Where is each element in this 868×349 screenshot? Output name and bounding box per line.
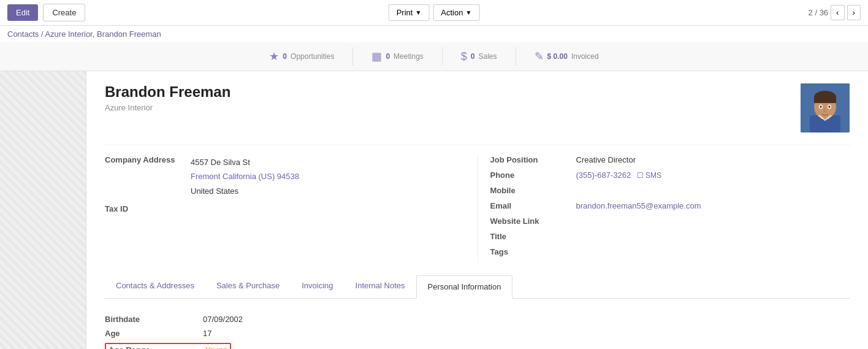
address-line1: 4557 De Silva St [191,155,299,169]
contact-photo [801,83,850,132]
pagination-text: 2 / 36 [809,8,829,17]
age-value: 17 [203,329,211,338]
invoiced-count: $ 0.00 [547,52,568,61]
tab-contacts-label: Contacts & Addresses [116,281,194,290]
print-label: Print [397,8,413,17]
company-address-label: Company Address [105,155,191,164]
website-row: Website Link [490,217,850,226]
birthdate-value: 07/09/2002 [203,315,243,324]
tab-sales[interactable]: Sales & Purchase [205,275,291,298]
svg-rect-5 [814,97,836,103]
tags-row: Tags [490,247,850,256]
age-range-highlighted: Age Range Young [105,343,231,349]
main-content: Brandon Freeman Azure Interior [86,71,868,349]
tab-notes[interactable]: Internal Notes [345,275,416,298]
email-row: Email brandon.freeman55@example.com [490,201,850,210]
meetings-label: Meetings [394,52,424,61]
calendar-icon: ▦ [371,50,382,63]
job-position-row: Job Position Creative Director [490,155,850,164]
company-address-value: 4557 De Silva St Fremont California (US)… [191,155,299,198]
svg-point-9 [829,105,831,108]
tab-personal-label: Personal Information [428,282,501,291]
edit-button[interactable]: Edit [7,4,38,21]
tab-sales-label: Sales & Purchase [216,281,280,290]
tab-invoicing-label: Invoicing [302,281,333,290]
print-button[interactable]: Print ▼ [389,4,430,21]
phone-number: (355)-687-3262 [576,171,631,180]
top-header: Edit Create Print ▼ Action ▼ 2 / 36 ‹ › [0,0,868,26]
stat-sales[interactable]: $ 0 Sales [443,47,516,66]
info-left: Company Address 4557 De Silva St Fremont… [105,155,478,263]
stats-bar: ★ 0 Opportunities ▦ 0 Meetings $ 0 Sales… [0,42,868,71]
email-label: Email [490,201,576,210]
main-area: Brandon Freeman Azure Interior [0,71,868,349]
tab-personal[interactable]: Personal Information [416,275,513,299]
job-position-value: Creative Director [576,155,636,164]
contact-header: Brandon Freeman Azure Interior [105,83,850,132]
tax-id-label: Tax ID [105,204,191,213]
contact-photo-svg [801,83,850,132]
sales-label: Sales [479,52,497,61]
age-range-row: Age Range Young [105,343,850,349]
sales-count: 0 [471,52,475,61]
breadcrumb: Contacts / Azure Interior, Brandon Freem… [0,26,868,42]
svg-point-8 [820,105,822,108]
tab-invoicing[interactable]: Invoicing [291,275,344,298]
phone-value: (355)-687-3262 ☐ SMS [576,171,662,180]
invoiced-label: Invoiced [571,52,599,61]
company-address-row: Company Address 4557 De Silva St Fremont… [105,155,465,198]
info-grid: Company Address 4557 De Silva St Fremont… [105,145,850,263]
action-button[interactable]: Action ▼ [433,4,479,21]
age-row: Age 17 [105,329,850,338]
prev-button[interactable]: ‹ [831,5,844,20]
job-position-label: Job Position [490,155,576,164]
tab-content-personal: Birthdate 07/09/2002 Age 17 Age Range Yo… [105,309,850,349]
tags-label: Tags [490,247,576,256]
star-icon: ★ [269,50,279,63]
dollar-icon: $ [461,50,467,63]
address-line3: United States [191,184,299,198]
email-value[interactable]: brandon.freeman55@example.com [576,201,701,210]
opportunities-label: Opportunities [291,52,334,61]
title-label: Title [490,232,576,241]
contact-company: Azure Interior [105,103,230,112]
stat-meetings[interactable]: ▦ 0 Meetings [353,47,442,66]
phone-label: Phone [490,171,576,180]
left-sidebar [0,71,86,349]
print-caret: ▼ [415,9,421,16]
stat-invoiced[interactable]: ✎ $ 0.00 Invoiced [516,47,617,66]
tabs-bar: Contacts & Addresses Sales & Purchase In… [105,275,850,299]
mobile-label: Mobile [490,186,576,195]
tab-notes-label: Internal Notes [356,281,405,290]
next-button[interactable]: › [847,5,861,20]
website-label: Website Link [490,217,576,226]
mobile-row: Mobile [490,186,850,195]
info-right: Job Position Creative Director Phone (35… [478,155,850,263]
action-label: Action [441,8,463,17]
birthdate-row: Birthdate 07/09/2002 [105,315,850,324]
age-range-label: Age Range [108,345,200,349]
stat-opportunities[interactable]: ★ 0 Opportunities [251,47,353,66]
header-left: Edit Create [7,4,85,21]
address-line2: Fremont California (US) 94538 [191,169,299,183]
toolbar-center: Print ▼ Action ▼ [389,4,480,21]
phone-row: Phone (355)-687-3262 ☐ SMS [490,171,850,180]
opportunities-count: 0 [283,52,287,61]
contact-name-section: Brandon Freeman Azure Interior [105,83,230,112]
breadcrumb-text: Contacts / Azure Interior, Brandon Freem… [7,29,161,39]
title-row: Title [490,232,850,241]
sms-link[interactable]: ☐ SMS [637,171,661,180]
tax-id-row: Tax ID [105,204,465,213]
meetings-count: 0 [386,52,390,61]
age-label: Age [105,329,203,338]
invoice-icon: ✎ [535,50,544,63]
birthdate-label: Birthdate [105,315,203,324]
contact-name: Brandon Freeman [105,83,230,101]
age-range-value: Young [205,345,227,349]
tab-contacts[interactable]: Contacts & Addresses [105,275,205,298]
header-right: 2 / 36 ‹ › [809,5,861,20]
action-caret: ▼ [465,9,471,16]
create-button[interactable]: Create [43,4,85,21]
